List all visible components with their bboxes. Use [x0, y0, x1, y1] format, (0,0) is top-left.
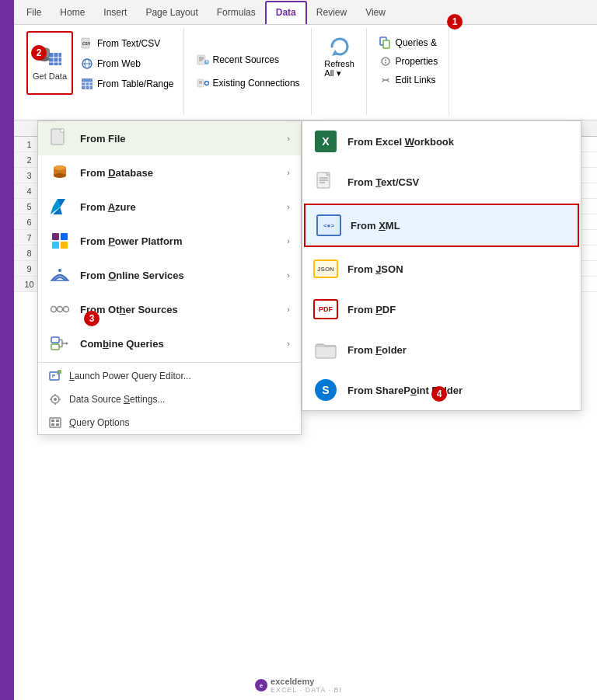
from-excel-label: From Excel Workbook — [347, 136, 454, 148]
query-options-label: Query Options — [69, 417, 129, 428]
ribbon-small-buttons: CSV From Text/CSV From Web — [76, 34, 179, 93]
data-source-settings-btn[interactable]: Data Source Settings... — [38, 388, 301, 411]
other-sources-icon — [49, 298, 71, 320]
web-icon — [81, 57, 93, 70]
svg-text:CSV: CSV — [82, 41, 91, 46]
from-file-submenu[interactable]: X From Excel Workbook From Text/CSV — [302, 120, 581, 411]
table-icon — [81, 78, 93, 90]
refresh-all-label: RefreshAll ▾ — [324, 59, 354, 78]
svg-point-39 — [54, 173, 66, 178]
launch-pqe-btn[interactable]: Launch Power Query Editor... — [38, 364, 301, 388]
connections-icon — [197, 77, 209, 89]
excel-workbook-icon: X — [313, 129, 338, 154]
ribbon-group-get-data: Get Data CSV From Text/CSV — [20, 28, 184, 115]
menu-item-from-database[interactable]: From Database › — [38, 155, 301, 190]
tab-file[interactable]: File — [17, 2, 51, 23]
recent-icon — [197, 54, 209, 66]
azure-icon — [49, 196, 71, 218]
properties-btn[interactable]: Properties — [375, 53, 443, 70]
svg-rect-73 — [56, 420, 59, 422]
from-azure-arrow: › — [287, 202, 290, 211]
query-options-icon — [49, 416, 61, 429]
submenu-from-pdf[interactable]: PDF From PDF — [302, 289, 581, 329]
from-other-sources-label: From Other Sources — [80, 304, 278, 315]
text-file-icon — [313, 169, 338, 194]
svg-point-51 — [64, 307, 69, 312]
badge-4: 4 — [431, 386, 447, 402]
svg-marker-60 — [66, 342, 68, 345]
submenu-from-excel[interactable]: X From Excel Workbook — [302, 121, 581, 162]
tab-view[interactable]: View — [356, 2, 395, 23]
from-web-btn[interactable]: From Web — [76, 54, 179, 73]
get-data-label: Get Data — [33, 71, 67, 81]
from-other-sources-arrow: › — [287, 305, 290, 314]
svg-rect-13 — [82, 78, 93, 89]
from-power-platform-arrow: › — [287, 236, 290, 246]
tab-review[interactable]: Review — [307, 2, 356, 23]
ribbon-tabs: File Home Insert Page Layout Formulas Da… — [14, 0, 597, 25]
get-data-button[interactable]: Get Data — [26, 31, 73, 95]
edit-links-btn[interactable]: Edit Links — [375, 71, 441, 89]
json-icon: JSON — [313, 256, 338, 281]
queries-icon — [379, 37, 392, 49]
ribbon-group-refresh: RefreshAll ▾ — [313, 28, 367, 115]
svg-point-26 — [204, 82, 208, 85]
combine-icon — [49, 333, 71, 354]
tab-insert[interactable]: Insert — [94, 2, 136, 23]
pdf-icon: PDF — [313, 297, 338, 322]
refresh-all-btn[interactable]: RefreshAll ▾ — [319, 31, 360, 82]
properties-label: Properties — [396, 56, 438, 67]
svg-rect-54 — [51, 337, 59, 343]
refresh-icon — [327, 34, 352, 59]
menu-item-from-azure[interactable]: From Azure › — [38, 190, 301, 224]
svg-rect-74 — [51, 423, 54, 426]
svg-point-48 — [58, 269, 61, 272]
from-table-btn[interactable]: From Table/Range — [76, 75, 179, 93]
submenu-from-folder[interactable]: From Folder — [302, 329, 581, 370]
svg-rect-30 — [383, 40, 389, 48]
from-text-csv-btn[interactable]: CSV From Text/CSV — [76, 34, 179, 53]
excel-left-border — [0, 0, 14, 700]
svg-rect-43 — [52, 233, 59, 240]
sharepoint-icon: S — [313, 378, 338, 402]
ribbon-group-connections: Recent Sources Existing Connections — [186, 28, 312, 115]
ribbon-content: Get Data CSV From Text/CSV — [14, 25, 597, 118]
query-options-btn[interactable]: Query Options — [38, 411, 301, 434]
tab-data[interactable]: Data — [265, 1, 307, 24]
edit-links-label: Edit Links — [396, 75, 436, 85]
watermark-subtitle: EXCEL · DATA · BI — [271, 686, 342, 694]
ribbon: File Home Insert Page Layout Formulas Da… — [14, 0, 597, 120]
edit-links-icon — [379, 74, 392, 86]
combine-queries-label: Combine Queries — [80, 338, 278, 350]
svg-rect-18 — [197, 55, 205, 64]
from-text-csv-label: From Text/CSV — [347, 176, 419, 188]
exceldemy-logo: e — [255, 679, 267, 691]
watermark: e exceldemy EXCEL · DATA · BI — [255, 677, 342, 694]
launch-pqe-label: Launch Power Query Editor... — [69, 371, 191, 381]
menu-item-from-file[interactable]: From File › — [38, 121, 301, 155]
from-xml-label: From XML — [351, 220, 400, 232]
svg-rect-3 — [49, 53, 61, 65]
text-csv-icon: CSV — [81, 37, 93, 50]
badge-1: 1 — [447, 14, 463, 30]
menu-item-from-other-sources[interactable]: From Other Sources › — [38, 292, 301, 326]
tab-home[interactable]: Home — [51, 2, 94, 23]
from-pdf-label: From PDF — [347, 304, 396, 315]
svg-rect-36 — [61, 129, 64, 132]
submenu-from-json[interactable]: JSON From JSON — [302, 249, 581, 289]
submenu-from-xml[interactable]: <●> From XML — [304, 204, 579, 247]
menu-item-combine-queries[interactable]: Combine Queries › — [38, 326, 301, 360]
menu-item-from-online-services[interactable]: From Online Services › — [38, 258, 301, 292]
submenu-from-text-csv[interactable]: From Text/CSV — [302, 162, 581, 202]
existing-connections-btn[interactable]: Existing Connections — [192, 74, 305, 92]
svg-point-40 — [54, 165, 66, 170]
menu-item-from-power-platform[interactable]: From Power Platform › — [38, 224, 301, 258]
get-data-big-btn[interactable]: Get Data — [28, 33, 72, 93]
from-database-label: From Database — [80, 167, 278, 179]
get-data-menu[interactable]: From File › From Database › — [37, 120, 302, 435]
recent-sources-btn[interactable]: Recent Sources — [192, 50, 284, 69]
tab-page-layout[interactable]: Page Layout — [136, 2, 207, 23]
queries-connections-btn[interactable]: Queries & — [375, 34, 442, 51]
power-platform-icon — [49, 230, 71, 252]
tab-formulas[interactable]: Formulas — [208, 2, 265, 23]
